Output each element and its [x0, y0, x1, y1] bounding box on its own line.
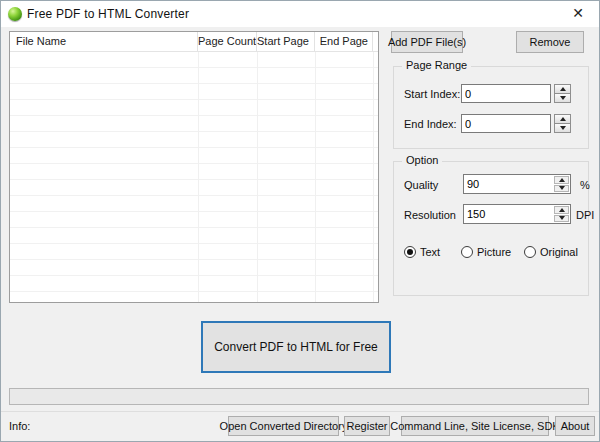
resolution-unit-label: DPI	[576, 209, 594, 221]
info-label: Info:	[9, 420, 30, 432]
column-header-end-page[interactable]: End Page	[315, 32, 373, 51]
radio-text-label: Text	[420, 246, 440, 258]
arrow-up-icon	[559, 208, 565, 212]
radio-text[interactable]: Text	[404, 246, 440, 258]
file-list-header: File Name Page Count Start Page End Page	[10, 32, 378, 52]
arrow-down-icon	[560, 126, 566, 130]
radio-original[interactable]: Original	[524, 246, 578, 258]
arrow-up-icon	[560, 117, 566, 121]
resolution-input[interactable]	[464, 205, 552, 223]
app-window: Free PDF to HTML Converter ✕ File Name P…	[0, 0, 600, 442]
resolution-label: Resolution	[404, 209, 456, 221]
quality-input[interactable]	[464, 175, 552, 193]
option-group-title: Option	[402, 154, 442, 166]
radio-picture[interactable]: Picture	[461, 246, 511, 258]
column-divider	[373, 52, 374, 302]
column-header-start-page[interactable]: Start Page	[257, 32, 315, 51]
resolution-spinner	[554, 206, 569, 222]
radio-picture-label: Picture	[477, 246, 511, 258]
open-converted-directory-button[interactable]: Open Converted Directory	[228, 416, 339, 436]
register-button[interactable]: Register	[344, 416, 390, 436]
status-bar: Info: Open Converted Directory Register …	[1, 411, 599, 442]
column-header-file-name[interactable]: File Name	[10, 32, 198, 51]
quality-label: Quality	[404, 179, 438, 191]
arrow-down-icon	[560, 96, 566, 100]
quality-unit-label: %	[580, 179, 590, 191]
start-index-spinner	[554, 84, 571, 103]
arrow-up-icon	[560, 87, 566, 91]
radio-button-icon	[461, 246, 473, 258]
column-divider	[198, 52, 199, 302]
radio-button-icon	[404, 246, 416, 258]
remove-button[interactable]: Remove	[516, 31, 584, 53]
radio-button-icon	[524, 246, 536, 258]
page-range-group-title: Page Range	[402, 59, 471, 71]
title-bar: Free PDF to HTML Converter ✕	[1, 1, 599, 27]
window-title: Free PDF to HTML Converter	[27, 7, 189, 21]
spin-down-button[interactable]	[554, 185, 569, 193]
start-index-label: Start Index:	[404, 88, 460, 100]
arrow-down-icon	[559, 216, 565, 220]
resolution-spinedit	[463, 204, 571, 224]
spin-down-button[interactable]	[554, 215, 569, 223]
about-button[interactable]: About	[555, 416, 595, 436]
column-divider	[257, 52, 258, 302]
page-range-group: Page Range	[393, 66, 589, 149]
spin-up-button[interactable]	[554, 206, 569, 214]
column-header-page-count[interactable]: Page Count	[198, 32, 257, 51]
spin-down-button[interactable]	[554, 93, 571, 103]
file-list-body[interactable]	[10, 52, 378, 302]
file-list[interactable]: File Name Page Count Start Page End Page	[9, 31, 379, 303]
command-line-site-license-sdk-button[interactable]: Command Line, Site License, SDK	[401, 416, 549, 436]
close-icon[interactable]: ✕	[563, 1, 593, 25]
progress-bar	[9, 388, 589, 405]
spin-up-button[interactable]	[554, 176, 569, 184]
quality-spinner	[554, 176, 569, 192]
arrow-up-icon	[559, 178, 565, 182]
end-index-label: End Index:	[404, 118, 457, 130]
convert-button[interactable]: Convert PDF to HTML for Free	[201, 321, 391, 373]
arrow-down-icon	[559, 186, 565, 190]
radio-original-label: Original	[540, 246, 578, 258]
start-index-input[interactable]	[461, 84, 551, 103]
end-index-spinner	[554, 114, 571, 133]
app-icon	[8, 7, 22, 21]
spin-down-button[interactable]	[554, 123, 571, 133]
add-pdf-button[interactable]: Add PDF File(s)	[391, 31, 463, 53]
quality-spinedit	[463, 174, 571, 194]
column-divider	[315, 52, 316, 302]
end-index-input[interactable]	[461, 114, 551, 133]
